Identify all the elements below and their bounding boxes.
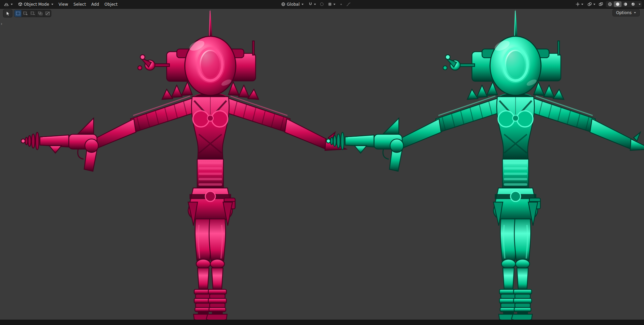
snap-target-swatch-icon [328,2,332,6]
orientation-globe-icon [281,2,285,6]
show-gizmo-dropdown[interactable] [575,1,584,7]
select-mode-subtract-button[interactable] [29,10,36,17]
chevron-down-icon [333,4,335,5]
select-mode-invert-button[interactable] [36,10,44,17]
options-label: Options [616,10,632,15]
chevron-down-icon [11,4,13,5]
select-mode-set-button[interactable] [14,10,21,17]
mode-dropdown[interactable]: Object Mode [16,1,55,7]
xray-icon[interactable] [599,2,603,6]
box-select-cursor-icon [5,11,10,16]
shading-material-button[interactable] [622,1,629,7]
snap-target-swatch-dropdown[interactable] [327,1,336,7]
menu-select[interactable]: Select [71,1,89,8]
shading-solid-button[interactable] [614,1,622,7]
model-teal[interactable] [314,8,644,320]
shading-wireframe-button[interactable] [606,1,614,7]
orientation-dropdown[interactable]: Global [280,1,305,7]
falloff-dot-icon[interactable] [339,2,343,6]
header-right-cluster [575,0,642,8]
orientation-label: Global [287,2,300,7]
chevron-down-icon [51,4,53,5]
options-dropdown[interactable]: Options [613,9,639,16]
tool-settings-cluster [3,10,51,17]
editor-type-button[interactable] [2,1,15,7]
3d-viewport[interactable]: › [0,8,644,320]
chevron-down-icon [302,4,304,5]
shading-mode-group [606,1,642,7]
shading-solid-icon [615,2,620,6]
chevron-down-icon [593,4,595,5]
shading-dropdown[interactable] [637,3,642,6]
menu-add[interactable]: Add [89,1,102,8]
overlays-icon [587,2,592,6]
shading-wireframe-icon [608,2,612,6]
chevron-down-icon [581,4,583,5]
shading-material-icon [623,2,628,6]
show-overlays-dropdown[interactable] [587,1,596,7]
chevron-down-icon [314,4,316,5]
menu-object[interactable]: Object [102,1,120,8]
falloff-curve-icon[interactable] [346,2,351,6]
snap-magnet-icon [308,2,313,6]
select-mode-intersect-button[interactable] [44,10,51,17]
box-select-tool-button[interactable] [3,10,12,17]
header-center-cluster: Global [280,0,351,8]
gizmo-icon [576,2,580,6]
editor-type-icon [4,2,9,6]
chevron-down-icon [639,4,641,5]
select-mode-group [14,10,51,17]
toolbar-toggle[interactable]: › [1,21,2,26]
header-menu-bar: View Select Add Object [56,1,120,8]
blender-3d-viewport-app: Object Mode View Select Add Object Globa… [0,0,644,325]
select-mode-extend-button[interactable] [21,10,29,17]
shading-rendered-icon [631,2,635,6]
object-mode-cube-icon [18,2,22,6]
proportional-editing-icon[interactable] [320,2,324,6]
menu-view[interactable]: View [56,1,71,8]
viewport-header: Object Mode View Select Add Object Globa… [0,0,644,9]
chevron-down-icon [634,12,636,13]
mode-label: Object Mode [24,2,49,7]
shading-rendered-button[interactable] [629,1,637,7]
bottom-bar [0,320,644,325]
snapping-dropdown[interactable] [308,1,317,7]
